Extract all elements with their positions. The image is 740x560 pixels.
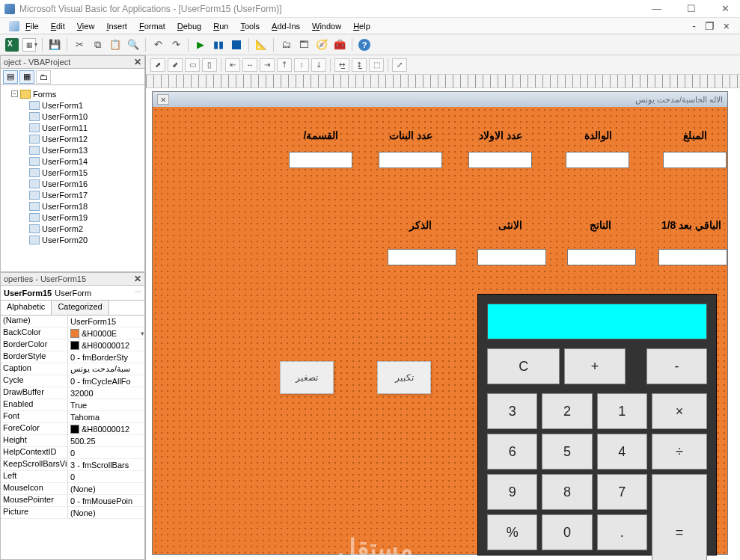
paste-button[interactable]: 📋 xyxy=(108,37,123,52)
prop-row[interactable]: EnabledTrue xyxy=(1,399,144,411)
menu-view[interactable]: View xyxy=(71,20,101,32)
calc-button[interactable]: % xyxy=(487,514,537,550)
calc-button[interactable]: 6 xyxy=(487,434,537,470)
calc-button[interactable]: ÷ xyxy=(652,434,707,470)
break-button[interactable]: ▮▮ xyxy=(211,37,226,52)
calc-button[interactable]: × xyxy=(652,393,707,429)
run-button[interactable]: ▶ xyxy=(193,37,208,52)
tree-item-userform17[interactable]: UserForm17 xyxy=(2,189,143,200)
tree-item-userform15[interactable]: UserForm15 xyxy=(2,167,143,178)
find-button[interactable]: 🔍 xyxy=(126,37,141,52)
prop-row[interactable]: ForeColor&H80000012 xyxy=(1,423,144,435)
calc-button[interactable]: 2 xyxy=(542,393,592,429)
tree-item-userform12[interactable]: UserForm12 xyxy=(2,133,143,144)
tree-item-userform11[interactable]: UserForm11 xyxy=(2,122,143,133)
project-pane-close-icon[interactable]: ✕ xyxy=(134,57,141,67)
group-button[interactable]: ▭ xyxy=(185,58,200,72)
menu-insert[interactable]: Insert xyxy=(100,20,133,32)
calc-button[interactable]: + xyxy=(564,348,625,384)
same-size-button[interactable]: ⬚ xyxy=(369,58,384,72)
text-input[interactable] xyxy=(379,152,442,168)
bring-front-button[interactable]: ⬈ xyxy=(150,58,165,72)
calc-button[interactable]: 5 xyxy=(542,434,592,470)
align-left-button[interactable]: ⇤ xyxy=(225,58,240,72)
tree-item-userform19[interactable]: UserForm19 xyxy=(2,212,143,223)
project-explorer-button[interactable]: 🗂 xyxy=(278,37,293,52)
view-code-button[interactable]: ▤ xyxy=(3,70,18,84)
align-top-button[interactable]: ⤒ xyxy=(277,58,292,72)
calc-button[interactable]: 8 xyxy=(542,474,592,510)
calc-button[interactable]: - xyxy=(646,348,707,384)
prop-row[interactable]: (Name)UserForm15 xyxy=(1,316,144,327)
help-button[interactable]: ? xyxy=(357,37,372,52)
tree-forms-folder[interactable]: − Forms xyxy=(2,88,143,99)
copy-button[interactable]: ⧉ xyxy=(90,37,105,52)
prop-row[interactable]: Picture(None) xyxy=(1,507,144,519)
same-width-button[interactable]: ↔̲ xyxy=(334,58,349,72)
prop-row[interactable]: KeepScrollBarsVis3 - fmScrollBars xyxy=(1,459,144,471)
prop-row[interactable]: Captionسبة/مدحت يونس xyxy=(1,363,144,375)
prop-row[interactable]: BorderStyle0 - fmBorderSty xyxy=(1,351,144,363)
prop-row[interactable]: BackColor&H0000E▾ xyxy=(1,327,144,339)
calc-button[interactable]: 9 xyxy=(487,474,537,510)
menu-help[interactable]: Help xyxy=(347,20,376,32)
prop-row[interactable]: Height500.25 xyxy=(1,435,144,447)
tree-item-userform16[interactable]: UserForm16 xyxy=(2,178,143,189)
userform-close-icon[interactable]: ✕ xyxy=(157,94,169,105)
properties-pane-close-icon[interactable]: ✕ xyxy=(134,274,141,284)
prop-row[interactable]: BorderColor&H80000012 xyxy=(1,339,144,351)
tree-item-userform20[interactable]: UserForm20 xyxy=(2,234,143,245)
calc-button[interactable]: . xyxy=(597,514,647,550)
project-tree[interactable]: − Forms UserForm1UserForm10UserForm11Use… xyxy=(0,85,145,272)
calc-button[interactable]: = xyxy=(652,474,707,560)
menu-debug[interactable]: Debug xyxy=(171,20,207,32)
calc-button[interactable]: 3 xyxy=(487,393,537,429)
menu-run[interactable]: Run xyxy=(207,20,234,32)
minimize-button[interactable]: — xyxy=(646,1,667,16)
maximize-button[interactable]: ☐ xyxy=(681,1,702,16)
view-excel-icon[interactable] xyxy=(5,38,19,52)
menu-file[interactable]: File xyxy=(19,20,45,32)
text-input[interactable] xyxy=(566,152,629,168)
toolbox-button[interactable]: 🧰 xyxy=(332,37,347,52)
tree-item-userform10[interactable]: UserForm10 xyxy=(2,111,143,122)
send-back-button[interactable]: ⬋ xyxy=(168,58,183,72)
save-button[interactable]: 💾 xyxy=(47,37,62,52)
text-input[interactable] xyxy=(388,249,456,265)
prop-row[interactable]: Left0 xyxy=(1,471,144,483)
mdi-restore-button[interactable]: ❐ xyxy=(702,20,718,32)
text-input[interactable] xyxy=(477,249,546,265)
tree-item-userform14[interactable]: UserForm14 xyxy=(2,156,143,167)
prop-row[interactable]: HelpContextID0 xyxy=(1,447,144,459)
prop-row[interactable]: MouseIcon(None) xyxy=(1,483,144,495)
properties-window-button[interactable]: 🗔 xyxy=(296,37,311,52)
tree-item-userform1[interactable]: UserForm1 xyxy=(2,99,143,111)
design-mode-button[interactable]: 📐 xyxy=(254,37,269,52)
prop-row[interactable]: DrawBuffer32000 xyxy=(1,387,144,399)
calc-button[interactable]: 1 xyxy=(597,393,647,429)
calc-button[interactable]: C xyxy=(487,348,560,384)
align-center-button[interactable]: ↔ xyxy=(242,58,257,72)
zoom-button[interactable]: ⤢ xyxy=(392,58,407,72)
redo-button[interactable]: ↷ xyxy=(168,37,183,52)
tab-alphabetic[interactable]: Alphabetic xyxy=(1,301,52,315)
userform-canvas[interactable]: الاله الحاسبة/مدحت يونس ✕ /القسمةعدد الب… xyxy=(152,91,728,555)
enlarge-button[interactable]: تكبير xyxy=(377,361,431,394)
menu-window[interactable]: Window xyxy=(306,20,347,32)
system-menu-icon[interactable] xyxy=(9,21,19,31)
text-input[interactable] xyxy=(663,152,727,168)
menu-format[interactable]: Format xyxy=(133,20,171,32)
insert-userform-button[interactable]: ▦▾ xyxy=(22,37,37,52)
align-bottom-button[interactable]: ⤓ xyxy=(311,58,326,72)
reset-button[interactable] xyxy=(229,37,244,52)
properties-grid[interactable]: (Name)UserForm15BackColor&H0000E▾BorderC… xyxy=(0,316,145,560)
tree-item-userform18[interactable]: UserForm18 xyxy=(2,200,143,212)
menu-edit[interactable]: Edit xyxy=(45,20,71,32)
mdi-minimize-button[interactable]: - xyxy=(689,20,699,32)
text-input[interactable] xyxy=(658,249,727,265)
align-right-button[interactable]: ⇥ xyxy=(260,58,275,72)
shrink-button[interactable]: تصغير xyxy=(280,361,334,394)
menu-add-ins[interactable]: Add-Ins xyxy=(266,20,306,32)
cut-button[interactable]: ✂ xyxy=(72,37,87,52)
menu-tools[interactable]: Tools xyxy=(234,20,266,32)
